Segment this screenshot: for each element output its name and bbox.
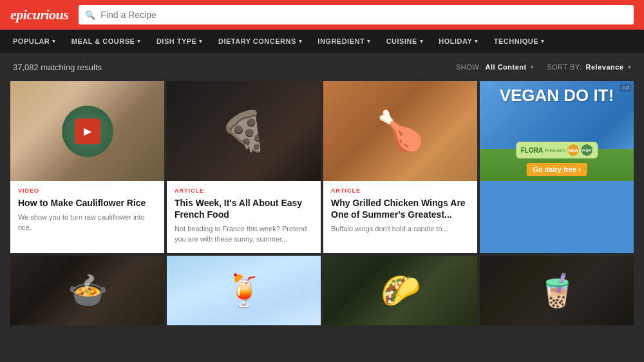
card-description: We show you to turn raw cauliflower into… bbox=[18, 213, 156, 233]
results-bar: 37,082 matching results SHOW: All Conten… bbox=[0, 53, 644, 81]
search-input[interactable] bbox=[100, 10, 627, 20]
nav-ingredient[interactable]: INGREDIENT ▾ bbox=[311, 30, 377, 53]
card-tag: ARTICLE bbox=[175, 187, 313, 194]
food-icon: 🌮 bbox=[381, 272, 421, 309]
search-icon: 🔍 bbox=[85, 10, 95, 20]
card-pasta[interactable]: 🍲 bbox=[10, 256, 164, 325]
card-tag: VIDEO bbox=[18, 187, 156, 194]
chevron-down-icon: ▾ bbox=[367, 38, 371, 44]
card-title: Why Grilled Chicken Wings Are One of Sum… bbox=[331, 197, 469, 220]
play-button[interactable]: ▶ bbox=[75, 119, 100, 144]
sort-control[interactable]: SORT BY: Relevance ▾ bbox=[547, 63, 631, 71]
show-label: SHOW: bbox=[456, 63, 482, 71]
food-icon: 🍹 bbox=[224, 272, 264, 309]
show-control[interactable]: SHOW: All Content ▾ bbox=[456, 63, 534, 71]
vegan-badge: Vegan bbox=[581, 144, 592, 156]
advertisement[interactable]: Ad VEGAN DO IT! FLORA Freedom NEW Vegan … bbox=[480, 81, 634, 253]
card-tag: ARTICLE bbox=[331, 187, 469, 194]
nav-meal-course[interactable]: MEAL & COURSE ▾ bbox=[65, 30, 147, 53]
chevron-down-icon: ▾ bbox=[299, 38, 303, 44]
new-badge: NEW bbox=[567, 144, 579, 156]
card-description: Buffalo wings don't hold a candle to... bbox=[331, 224, 469, 234]
ad-product-sub: Freedom bbox=[545, 148, 565, 153]
card-drink[interactable]: 🍹 bbox=[167, 256, 321, 325]
card-tacos[interactable]: 🌮 bbox=[323, 256, 477, 325]
nav-cuisine[interactable]: CUISINE ▾ bbox=[380, 30, 430, 53]
show-value: All Content bbox=[486, 63, 527, 71]
logo[interactable]: epicurious bbox=[10, 6, 68, 23]
nav-technique[interactable]: TECHNIQUE ▾ bbox=[488, 30, 551, 53]
card-image bbox=[167, 81, 321, 181]
chevron-down-icon: ▾ bbox=[531, 64, 535, 70]
card-image bbox=[323, 81, 477, 181]
card-body: VIDEO How to Make Cauliflower Rice We sh… bbox=[10, 181, 164, 242]
card-title: This Week, It's All About Easy French Fo… bbox=[175, 197, 313, 220]
card-description: Not heading to France this week? Pretend… bbox=[175, 224, 313, 244]
header: epicurious 🔍 bbox=[0, 0, 644, 30]
ad-headline: VEGAN DO IT! bbox=[480, 86, 634, 105]
card-image: 🍹 bbox=[167, 256, 321, 325]
sort-value: Relevance bbox=[586, 63, 624, 71]
search-bar[interactable]: 🔍 bbox=[79, 5, 634, 24]
chevron-down-icon: ▾ bbox=[475, 38, 478, 44]
ad-cta-button[interactable]: Go dairy free › bbox=[526, 163, 587, 176]
chevron-down-icon: ▾ bbox=[137, 38, 141, 44]
food-icon: 🧋 bbox=[537, 272, 577, 309]
card-image: 🧋 bbox=[480, 256, 634, 325]
food-icon: 🍲 bbox=[68, 272, 108, 309]
chevron-down-icon: ▾ bbox=[52, 38, 56, 44]
card-image: 🍲 bbox=[10, 256, 164, 325]
chevron-down-icon: ▾ bbox=[420, 38, 424, 44]
content-grid: ▶ VIDEO How to Make Cauliflower Rice We … bbox=[0, 81, 644, 336]
card-image: ▶ bbox=[10, 81, 164, 181]
nav-holiday[interactable]: HOLIDAY ▾ bbox=[432, 30, 485, 53]
card-cauliflower[interactable]: ▶ VIDEO How to Make Cauliflower Rice We … bbox=[10, 81, 164, 253]
card-image: 🌮 bbox=[323, 256, 477, 325]
results-count: 37,082 matching results bbox=[13, 62, 102, 72]
ad-product-name: FLORA bbox=[521, 147, 543, 154]
sort-label: SORT BY: bbox=[547, 63, 582, 71]
chevron-down-icon: ▾ bbox=[628, 64, 632, 70]
card-body: ARTICLE This Week, It's All About Easy F… bbox=[167, 181, 321, 253]
card-milkshakes[interactable]: 🧋 bbox=[480, 256, 634, 325]
card-body: ARTICLE Why Grilled Chicken Wings Are On… bbox=[323, 181, 477, 243]
nav: POPULAR ▾ MEAL & COURSE ▾ DISH TYPE ▾ DI… bbox=[0, 30, 644, 53]
card-french-food[interactable]: ARTICLE This Week, It's All About Easy F… bbox=[167, 81, 321, 253]
chevron-down-icon: ▾ bbox=[541, 38, 545, 44]
nav-dish-type[interactable]: DISH TYPE ▾ bbox=[150, 30, 209, 53]
ad-content: Ad VEGAN DO IT! FLORA Freedom NEW Vegan … bbox=[480, 81, 634, 181]
nav-popular[interactable]: POPULAR ▾ bbox=[6, 30, 62, 53]
chevron-down-icon: ▾ bbox=[199, 38, 203, 44]
results-controls: SHOW: All Content ▾ SORT BY: Relevance ▾ bbox=[456, 63, 631, 71]
card-title: How to Make Cauliflower Rice bbox=[18, 197, 156, 209]
nav-dietary-concerns[interactable]: DIETARY CONCERNS ▾ bbox=[212, 30, 308, 53]
card-chicken-wings[interactable]: ARTICLE Why Grilled Chicken Wings Are On… bbox=[323, 81, 477, 253]
